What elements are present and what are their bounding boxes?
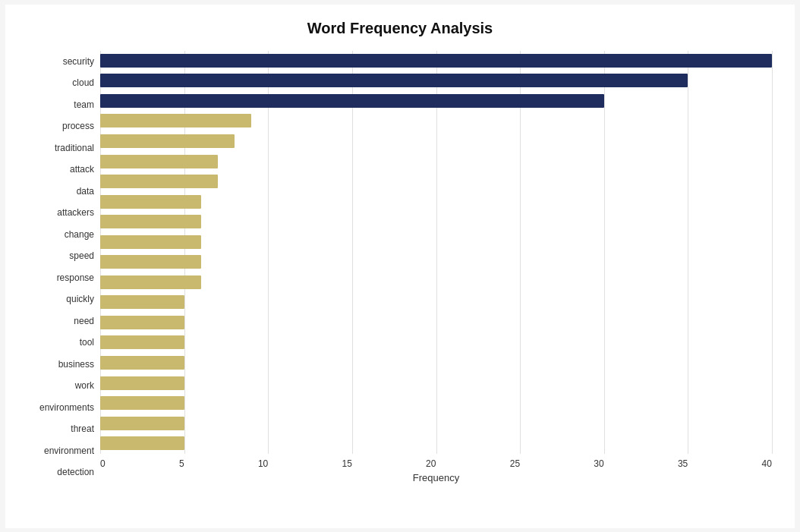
- bars-wrapper: [100, 51, 772, 454]
- bar-row-work: [100, 355, 772, 370]
- bar-need: [100, 295, 184, 309]
- y-label-speed: speed: [28, 251, 94, 260]
- bar-row-process: [100, 113, 772, 128]
- bar-response: [100, 255, 201, 269]
- x-tick-15: 15: [342, 458, 351, 469]
- y-label-process: process: [28, 121, 94, 131]
- bar-tool: [100, 316, 184, 329]
- bar-row-cloud: [100, 73, 772, 88]
- x-tick-10: 10: [258, 458, 268, 469]
- y-label-traditional: traditional: [28, 143, 94, 153]
- bar-row-attackers: [100, 194, 772, 209]
- x-tick-20: 20: [426, 458, 436, 469]
- bar-row-security: [100, 53, 772, 68]
- bar-row-tool: [100, 315, 772, 330]
- y-label-data: data: [28, 187, 94, 196]
- bar-row-traditional: [100, 134, 772, 149]
- bar-threat: [100, 396, 184, 410]
- chart-container: Word Frequency Analysis securitycloudtea…: [5, 5, 795, 528]
- bar-attack: [100, 155, 218, 168]
- bars-section: 0510152025303540 Frequency: [100, 51, 772, 483]
- y-label-quickly: quickly: [28, 294, 94, 304]
- bar-row-need: [100, 294, 772, 310]
- bar-work: [100, 356, 184, 370]
- bar-row-business: [100, 335, 772, 350]
- bar-row-data: [100, 174, 772, 189]
- y-label-team: team: [28, 100, 94, 109]
- bar-detection: [100, 436, 184, 450]
- grid-line-40: [772, 51, 773, 454]
- y-label-change: change: [28, 230, 94, 239]
- x-tick-25: 25: [510, 458, 520, 469]
- y-label-security: security: [28, 57, 94, 66]
- chart-area: securitycloudteamprocesstraditionalattac…: [28, 51, 772, 483]
- bar-row-environment: [100, 416, 772, 431]
- bar-team: [100, 94, 604, 108]
- bar-speed: [100, 235, 201, 249]
- bar-quickly: [100, 275, 201, 289]
- bar-row-attack: [100, 154, 772, 169]
- bar-row-environments: [100, 376, 772, 391]
- y-label-threat: threat: [28, 424, 94, 433]
- bar-row-speed: [100, 235, 772, 250]
- x-axis-title: Frequency: [100, 472, 772, 483]
- y-label-business: business: [28, 360, 94, 369]
- x-tick-35: 35: [678, 458, 688, 469]
- x-tick-0: 0: [100, 458, 106, 469]
- y-label-environment: environment: [28, 446, 94, 455]
- y-label-response: response: [28, 273, 94, 282]
- bar-row-quickly: [100, 275, 772, 290]
- y-label-need: need: [28, 316, 94, 326]
- bar-attackers: [100, 195, 201, 209]
- bar-row-team: [100, 93, 772, 109]
- x-tick-30: 30: [594, 458, 603, 469]
- x-tick-5: 5: [179, 458, 184, 469]
- y-label-work: work: [28, 381, 94, 390]
- bar-row-threat: [100, 395, 772, 411]
- x-tick-40: 40: [762, 458, 772, 469]
- bar-cloud: [100, 74, 688, 87]
- bar-environment: [100, 417, 184, 430]
- y-label-attackers: attackers: [28, 208, 94, 217]
- x-axis-labels: 0510152025303540: [100, 458, 772, 469]
- bar-data: [100, 175, 218, 188]
- bar-process: [100, 114, 251, 127]
- y-label-tool: tool: [28, 338, 94, 347]
- bar-row-change: [100, 214, 772, 229]
- y-label-cloud: cloud: [28, 78, 94, 87]
- bar-change: [100, 215, 201, 228]
- y-axis: securitycloudteamprocesstraditionalattac…: [28, 51, 100, 483]
- y-label-attack: attack: [28, 165, 94, 174]
- y-label-environments: environments: [28, 403, 94, 412]
- bar-row-detection: [100, 436, 772, 451]
- bar-row-response: [100, 254, 772, 269]
- grid-and-bars: [100, 51, 772, 454]
- bar-traditional: [100, 134, 235, 148]
- bar-environments: [100, 376, 184, 390]
- y-label-detection: detection: [28, 467, 94, 477]
- bar-business: [100, 335, 184, 349]
- bar-security: [100, 54, 772, 68]
- chart-title: Word Frequency Analysis: [28, 20, 772, 37]
